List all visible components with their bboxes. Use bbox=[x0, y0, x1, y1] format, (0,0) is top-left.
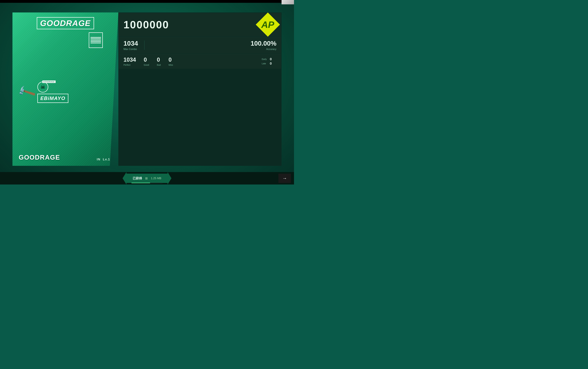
note-icon bbox=[89, 32, 103, 48]
hammer-icon: 🔨 bbox=[16, 82, 37, 102]
early-late-group: Early 0 Late 0 bbox=[262, 57, 272, 66]
good-stat: 0 Good bbox=[144, 57, 149, 66]
composer-box: EBiMAYO bbox=[37, 94, 68, 103]
early-row: Early 0 bbox=[262, 57, 272, 61]
perfect-stat: 1034 Perfect bbox=[124, 57, 136, 66]
right-arrow-icon: → bbox=[282, 176, 287, 181]
main-container: GOODRAGE 🔨 ☠ GOODRAGE EBiMAYO bbox=[12, 12, 281, 166]
combo-group: 1034 Max Combo bbox=[124, 40, 138, 51]
early-label: Early bbox=[262, 58, 268, 61]
rank-badge: AP bbox=[256, 12, 280, 37]
composer-name: EBiMAYO bbox=[40, 95, 65, 101]
miss-value: 0 bbox=[168, 57, 172, 63]
accuracy-group: 100.00% Accuracy bbox=[251, 40, 276, 51]
note-breakdown-block: 1034 Perfect 0 Good 0 Bad 0 Miss Early 0 bbox=[119, 54, 281, 69]
good-value: 0 bbox=[144, 57, 147, 63]
miss-label: Miss bbox=[168, 64, 173, 66]
next-button[interactable]: → bbox=[279, 174, 291, 183]
miss-stat: 0 Miss bbox=[168, 57, 173, 66]
perfect-label: Perfect bbox=[124, 64, 130, 66]
artist-name: GOODRAGE bbox=[19, 154, 60, 161]
bad-value: 0 bbox=[157, 57, 160, 63]
right-slash-decorator bbox=[167, 172, 171, 184]
late-label: Late bbox=[262, 62, 268, 65]
good-label: Good bbox=[144, 64, 149, 66]
file-size: 1.25 MB bbox=[151, 177, 161, 180]
smiley-badge: ☠ GOODRAGE bbox=[37, 82, 68, 92]
avatar bbox=[281, 0, 294, 4]
bad-label: Bad bbox=[157, 64, 161, 66]
song-title: GOODRAGE bbox=[40, 19, 91, 28]
center-stickers: ☠ GOODRAGE EBiMAYO bbox=[37, 82, 68, 103]
bottom-info: GOODRAGE IN Lv.15 bbox=[19, 154, 112, 161]
max-combo-label: Max Combo bbox=[124, 48, 138, 51]
divider bbox=[144, 41, 144, 50]
left-slash-decorator bbox=[123, 172, 126, 184]
score-panel: 1000000 AP 1034 Max Combo 100.00% Accura… bbox=[118, 12, 281, 166]
accuracy-value: 100.00% bbox=[251, 40, 276, 47]
bad-stat: 0 Bad bbox=[157, 57, 161, 66]
max-combo-value: 1034 bbox=[124, 40, 138, 47]
late-row: Late 0 bbox=[262, 62, 272, 66]
level-value: Lv.15 bbox=[103, 158, 112, 161]
note-line-4 bbox=[91, 41, 101, 42]
progress-bar-fill bbox=[131, 183, 150, 183]
smiley-face-icon: ☠ bbox=[40, 84, 45, 90]
file-icon: ⊞ bbox=[145, 176, 148, 180]
level-prefix: IN bbox=[97, 158, 100, 161]
late-value: 0 bbox=[270, 62, 272, 66]
album-panel: GOODRAGE 🔨 ☠ GOODRAGE EBiMAYO bbox=[12, 12, 118, 166]
rank-value: AP bbox=[261, 19, 274, 30]
accuracy-label: Accuracy bbox=[251, 48, 276, 51]
goodrage-small-label: GOODRAGE bbox=[42, 81, 56, 83]
level-info: IN Lv.15 bbox=[97, 158, 112, 161]
song-title-box: GOODRAGE bbox=[37, 17, 94, 29]
smiley-circle: ☠ GOODRAGE bbox=[37, 82, 48, 92]
bottom-info-panel: 已获得 ⊞ 1.25 MB bbox=[126, 174, 167, 183]
early-value: 0 bbox=[270, 57, 272, 61]
sticker-area: 🔨 ☠ GOODRAGE EBiMAYO bbox=[19, 32, 112, 152]
obtained-text: 已获得 bbox=[133, 176, 142, 180]
note-line-1 bbox=[91, 37, 101, 38]
note-line-5 bbox=[91, 43, 101, 43]
bottom-bar: 已获得 ⊞ 1.25 MB bbox=[0, 172, 294, 184]
score-value: 1000000 bbox=[124, 19, 169, 31]
top-bar: 15:58 bbox=[0, 0, 294, 3]
progress-bar-container bbox=[131, 183, 163, 183]
score-block: 1000000 AP bbox=[119, 13, 281, 36]
note-line-2 bbox=[91, 39, 101, 39]
note-line-3 bbox=[91, 40, 101, 41]
perfect-value: 1034 bbox=[124, 57, 136, 63]
combo-accuracy-block: 1034 Max Combo 100.00% Accuracy bbox=[119, 37, 281, 53]
